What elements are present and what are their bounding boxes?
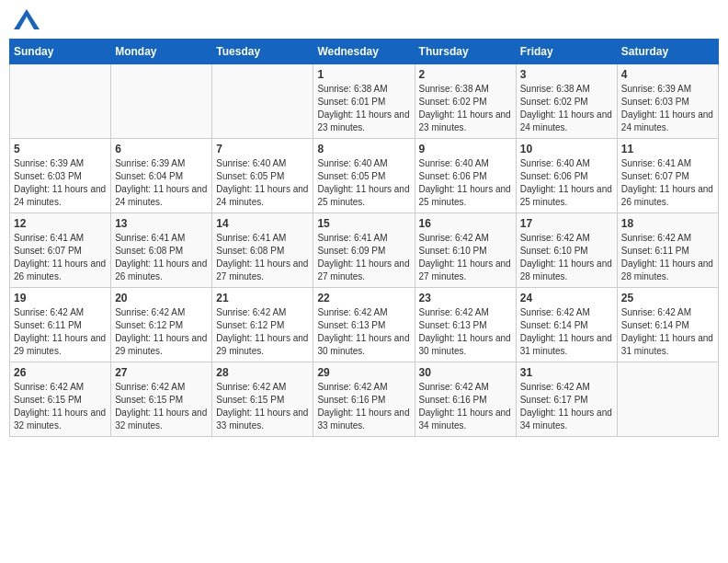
day-info: Sunrise: 6:41 AMSunset: 6:09 PMDaylight:… [317, 232, 410, 283]
day-number: 19 [14, 292, 107, 304]
day-cell: 18Sunrise: 6:42 AMSunset: 6:11 PMDayligh… [617, 213, 718, 288]
day-info: Sunrise: 6:42 AMSunset: 6:15 PMDaylight:… [216, 381, 309, 432]
calendar: SundayMondayTuesdayWednesdayThursdayFrid… [9, 39, 719, 437]
day-cell: 17Sunrise: 6:42 AMSunset: 6:10 PMDayligh… [516, 213, 617, 288]
day-cell: 21Sunrise: 6:42 AMSunset: 6:12 PMDayligh… [212, 288, 313, 362]
day-cell: 26Sunrise: 6:42 AMSunset: 6:15 PMDayligh… [10, 362, 111, 437]
day-info: Sunrise: 6:42 AMSunset: 6:10 PMDaylight:… [520, 232, 613, 283]
day-cell: 30Sunrise: 6:42 AMSunset: 6:16 PMDayligh… [415, 362, 516, 437]
weekday-header-wednesday: Wednesday [313, 40, 415, 64]
day-number: 7 [216, 143, 309, 155]
day-cell: 1Sunrise: 6:38 AMSunset: 6:01 PMDaylight… [313, 64, 415, 139]
day-info: Sunrise: 6:41 AMSunset: 6:07 PMDaylight:… [621, 157, 714, 209]
day-number: 25 [621, 292, 714, 304]
day-cell: 12Sunrise: 6:41 AMSunset: 6:07 PMDayligh… [10, 213, 111, 288]
day-info: Sunrise: 6:41 AMSunset: 6:07 PMDaylight:… [14, 232, 107, 283]
day-number: 9 [419, 143, 512, 155]
day-info: Sunrise: 6:40 AMSunset: 6:06 PMDaylight:… [419, 157, 512, 209]
day-info: Sunrise: 6:42 AMSunset: 6:15 PMDaylight:… [14, 381, 107, 432]
day-info: Sunrise: 6:40 AMSunset: 6:05 PMDaylight:… [317, 157, 410, 209]
day-cell [617, 362, 718, 437]
day-cell: 14Sunrise: 6:41 AMSunset: 6:08 PMDayligh… [212, 213, 313, 288]
day-number: 12 [14, 217, 107, 230]
day-info: Sunrise: 6:38 AMSunset: 6:02 PMDaylight:… [419, 83, 512, 134]
day-cell: 11Sunrise: 6:41 AMSunset: 6:07 PMDayligh… [617, 139, 718, 213]
day-cell: 8Sunrise: 6:40 AMSunset: 6:05 PMDaylight… [313, 139, 415, 213]
day-number: 30 [419, 366, 512, 379]
logo-icon [14, 9, 40, 29]
day-cell: 6Sunrise: 6:39 AMSunset: 6:04 PMDaylight… [111, 139, 212, 213]
week-row-3: 12Sunrise: 6:41 AMSunset: 6:07 PMDayligh… [10, 213, 719, 288]
week-row-1: 1Sunrise: 6:38 AMSunset: 6:01 PMDaylight… [10, 64, 719, 139]
day-info: Sunrise: 6:38 AMSunset: 6:02 PMDaylight:… [520, 83, 613, 134]
day-number: 5 [14, 143, 107, 155]
day-number: 3 [520, 68, 613, 81]
day-info: Sunrise: 6:39 AMSunset: 6:04 PMDaylight:… [115, 157, 208, 209]
day-number: 20 [115, 292, 208, 304]
day-number: 13 [115, 217, 208, 230]
day-info: Sunrise: 6:42 AMSunset: 6:17 PMDaylight:… [520, 381, 613, 432]
week-row-2: 5Sunrise: 6:39 AMSunset: 6:03 PMDaylight… [10, 139, 719, 213]
day-number: 10 [520, 143, 613, 155]
day-number: 16 [419, 217, 512, 230]
day-cell: 3Sunrise: 6:38 AMSunset: 6:02 PMDaylight… [516, 64, 617, 139]
day-info: Sunrise: 6:42 AMSunset: 6:13 PMDaylight:… [419, 306, 512, 358]
day-number: 14 [216, 217, 309, 230]
day-number: 29 [317, 366, 410, 379]
day-number: 28 [216, 366, 309, 379]
day-number: 1 [317, 68, 410, 81]
day-info: Sunrise: 6:42 AMSunset: 6:11 PMDaylight:… [621, 232, 714, 283]
weekday-header-sunday: Sunday [10, 40, 111, 64]
week-row-5: 26Sunrise: 6:42 AMSunset: 6:15 PMDayligh… [10, 362, 719, 437]
day-number: 23 [419, 292, 512, 304]
day-cell: 15Sunrise: 6:41 AMSunset: 6:09 PMDayligh… [313, 213, 415, 288]
day-info: Sunrise: 6:42 AMSunset: 6:16 PMDaylight:… [419, 381, 512, 432]
weekday-header-thursday: Thursday [415, 40, 516, 64]
day-number: 4 [621, 68, 714, 81]
day-info: Sunrise: 6:38 AMSunset: 6:01 PMDaylight:… [317, 83, 410, 134]
day-cell [212, 64, 313, 139]
day-cell: 23Sunrise: 6:42 AMSunset: 6:13 PMDayligh… [415, 288, 516, 362]
day-info: Sunrise: 6:42 AMSunset: 6:12 PMDaylight:… [216, 306, 309, 358]
weekday-header-saturday: Saturday [617, 40, 718, 64]
day-info: Sunrise: 6:39 AMSunset: 6:03 PMDaylight:… [14, 157, 107, 209]
day-info: Sunrise: 6:39 AMSunset: 6:03 PMDaylight:… [621, 83, 714, 134]
day-cell: 5Sunrise: 6:39 AMSunset: 6:03 PMDaylight… [10, 139, 111, 213]
day-cell: 22Sunrise: 6:42 AMSunset: 6:13 PMDayligh… [313, 288, 415, 362]
day-cell: 29Sunrise: 6:42 AMSunset: 6:16 PMDayligh… [313, 362, 415, 437]
day-info: Sunrise: 6:42 AMSunset: 6:16 PMDaylight:… [317, 381, 410, 432]
week-row-4: 19Sunrise: 6:42 AMSunset: 6:11 PMDayligh… [10, 288, 719, 362]
day-info: Sunrise: 6:42 AMSunset: 6:15 PMDaylight:… [115, 381, 208, 432]
day-number: 21 [216, 292, 309, 304]
day-cell: 13Sunrise: 6:41 AMSunset: 6:08 PMDayligh… [111, 213, 212, 288]
day-cell: 16Sunrise: 6:42 AMSunset: 6:10 PMDayligh… [415, 213, 516, 288]
day-cell: 7Sunrise: 6:40 AMSunset: 6:05 PMDaylight… [212, 139, 313, 213]
day-number: 15 [317, 217, 410, 230]
day-cell: 20Sunrise: 6:42 AMSunset: 6:12 PMDayligh… [111, 288, 212, 362]
day-cell: 19Sunrise: 6:42 AMSunset: 6:11 PMDayligh… [10, 288, 111, 362]
weekday-header-monday: Monday [111, 40, 212, 64]
day-number: 31 [520, 366, 613, 379]
day-cell: 28Sunrise: 6:42 AMSunset: 6:15 PMDayligh… [212, 362, 313, 437]
day-number: 18 [621, 217, 714, 230]
day-cell: 24Sunrise: 6:42 AMSunset: 6:14 PMDayligh… [516, 288, 617, 362]
day-number: 17 [520, 217, 613, 230]
day-cell: 27Sunrise: 6:42 AMSunset: 6:15 PMDayligh… [111, 362, 212, 437]
day-cell [10, 64, 111, 139]
day-cell: 4Sunrise: 6:39 AMSunset: 6:03 PMDaylight… [617, 64, 718, 139]
weekday-header-row: SundayMondayTuesdayWednesdayThursdayFrid… [10, 40, 719, 64]
day-info: Sunrise: 6:42 AMSunset: 6:12 PMDaylight:… [115, 306, 208, 358]
day-info: Sunrise: 6:42 AMSunset: 6:11 PMDaylight:… [14, 306, 107, 358]
day-info: Sunrise: 6:40 AMSunset: 6:06 PMDaylight:… [520, 157, 613, 209]
logo [14, 9, 41, 29]
day-info: Sunrise: 6:41 AMSunset: 6:08 PMDaylight:… [115, 232, 208, 283]
day-number: 22 [317, 292, 410, 304]
day-info: Sunrise: 6:42 AMSunset: 6:10 PMDaylight:… [419, 232, 512, 283]
day-number: 6 [115, 143, 208, 155]
day-cell: 9Sunrise: 6:40 AMSunset: 6:06 PMDaylight… [415, 139, 516, 213]
day-cell [111, 64, 212, 139]
day-info: Sunrise: 6:42 AMSunset: 6:14 PMDaylight:… [621, 306, 714, 358]
day-number: 26 [14, 366, 107, 379]
day-info: Sunrise: 6:40 AMSunset: 6:05 PMDaylight:… [216, 157, 309, 209]
day-cell: 2Sunrise: 6:38 AMSunset: 6:02 PMDaylight… [415, 64, 516, 139]
